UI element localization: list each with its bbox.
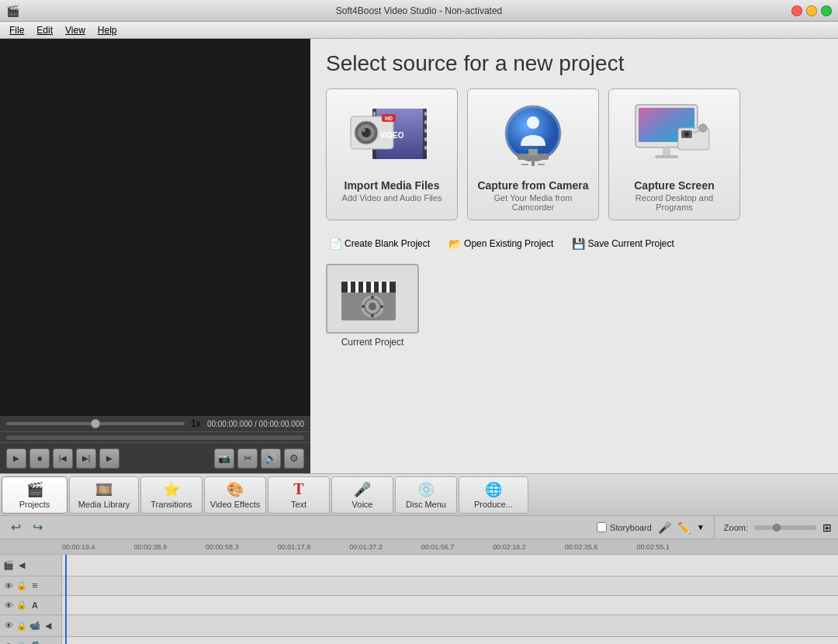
tab-voice[interactable]: 🎤 Voice: [331, 476, 393, 514]
video-preview: [0, 39, 310, 416]
open-existing-button[interactable]: 📂 Open Existing Project: [445, 236, 556, 251]
track1-icon2[interactable]: ◀: [16, 559, 27, 570]
pencil-button[interactable]: ✏️: [677, 521, 691, 534]
minimize-button[interactable]: [806, 5, 817, 16]
open-existing-icon: 📂: [448, 237, 461, 250]
track-header-2: 👁 🔒 ≡: [0, 576, 61, 596]
next-frame-button[interactable]: ▶|: [76, 448, 96, 469]
current-project-thumb[interactable]: Current Project: [326, 264, 419, 348]
projects-label: Projects: [19, 500, 50, 509]
transitions-label: Transitions: [151, 500, 192, 509]
transitions-icon: ⭐: [163, 481, 180, 498]
stop-button[interactable]: ■: [29, 448, 50, 469]
source-cards: VIDEO HD Import Media Files Add Video an…: [326, 88, 822, 220]
prev-frame-button[interactable]: |◀: [53, 448, 73, 469]
timeline-ruler: 00:00:19.4 00:00:38.9 00:00:58.3 00:01:1…: [0, 539, 838, 555]
speed-slider[interactable]: [6, 422, 185, 425]
track2-eye[interactable]: 👁: [3, 580, 14, 591]
track-header-5: 👁 🔒 🎵: [0, 637, 61, 644]
import-media-card[interactable]: VIDEO HD Import Media Files Add Video an…: [326, 88, 458, 220]
main-layout: 1x 00:00:00.000 / 00:00:00.000 ▶ ■ |◀ ▶|…: [0, 39, 838, 473]
track5-eye[interactable]: 👁: [3, 641, 14, 644]
source-heading: Select source for a new project: [326, 51, 822, 76]
crop-button[interactable]: ✂: [237, 448, 258, 469]
track4-eye[interactable]: 👁: [3, 620, 14, 631]
track-content-area: [62, 555, 838, 644]
svg-rect-12: [424, 146, 427, 150]
timeline-area: ↩ ↪ Storyboard 🎤 ✏️ ▼ Zoom: ⊞ 00:00:19.4…: [0, 516, 838, 644]
svg-rect-33: [655, 155, 678, 158]
svg-point-51: [371, 296, 374, 299]
audio-button[interactable]: 🔊: [261, 448, 281, 469]
menu-edit[interactable]: Edit: [30, 23, 59, 37]
capture-camera-card[interactable]: Capture from Camera Get Your Media from …: [467, 88, 599, 220]
svg-text:VIDEO: VIDEO: [379, 131, 403, 140]
titlebar: 🎬 Soft4Boost Video Studio - Non-activate…: [0, 0, 838, 22]
track3-eye[interactable]: 👁: [3, 600, 14, 611]
capture-screen-card[interactable]: Capture Screen Record Desktop and Progra…: [608, 88, 740, 220]
voice-label: Voice: [352, 500, 373, 509]
create-blank-button[interactable]: 📄 Create Blank Project: [326, 236, 433, 251]
ruler-mark-9: 00:02:55.1: [636, 543, 670, 551]
progress-bar-area[interactable]: [0, 431, 310, 442]
track-row-5: [62, 637, 838, 644]
storyboard-checkbox[interactable]: [597, 522, 607, 532]
tab-media-library[interactable]: 🎞️ Media Library: [69, 476, 139, 514]
timeline-tracks: 🎬 ◀ 👁 🔒 ≡ 👁 🔒 A 👁 🔒 📹 ◀: [0, 555, 838, 644]
save-current-button[interactable]: 💾 Save Current Project: [569, 236, 677, 251]
zoom-thumb[interactable]: [773, 524, 781, 531]
ruler-mark-8: 00:02:35.6: [565, 543, 598, 551]
maximize-button[interactable]: [821, 5, 832, 16]
fit-timeline-button[interactable]: ⊞: [822, 521, 832, 534]
speed-label: 1x: [191, 418, 201, 429]
track1-icon1: 🎬: [3, 559, 14, 570]
undo-button[interactable]: ↩: [6, 518, 25, 537]
svg-rect-3: [373, 112, 376, 116]
microphone-button[interactable]: 🎤: [658, 521, 671, 534]
zoom-slider[interactable]: [754, 525, 816, 530]
tab-projects[interactable]: 🎬 Projects: [2, 476, 68, 514]
svg-point-49: [369, 303, 376, 310]
tab-disc-menu[interactable]: 💿 Disc Menu: [395, 476, 457, 514]
track2-lock[interactable]: 🔒: [16, 580, 27, 591]
svg-rect-8: [424, 112, 427, 116]
menu-view[interactable]: View: [59, 23, 92, 37]
pencil-dropdown[interactable]: ▼: [697, 523, 705, 531]
tab-text[interactable]: T Text: [268, 476, 330, 514]
menu-help[interactable]: Help: [92, 23, 123, 37]
save-current-label: Save Current Project: [587, 238, 674, 249]
track5-lock[interactable]: 🔒: [16, 641, 27, 644]
track-row-4: [62, 615, 838, 637]
timeline-toolbar: ↩ ↪ Storyboard 🎤 ✏️ ▼ Zoom: ⊞: [0, 516, 838, 539]
storyboard-toggle[interactable]: Storyboard: [597, 522, 652, 532]
redo-button[interactable]: ↪: [28, 518, 47, 537]
track-row-2: [62, 576, 838, 596]
settings-button[interactable]: ⚙: [284, 448, 304, 469]
track3-lock[interactable]: 🔒: [16, 600, 27, 611]
source-panel: Select source for a new project: [310, 39, 838, 473]
tab-transitions[interactable]: ⭐ Transitions: [140, 476, 203, 514]
menu-file[interactable]: File: [3, 23, 30, 37]
close-button[interactable]: [791, 5, 802, 16]
play-button[interactable]: ▶: [6, 448, 26, 469]
tab-produce[interactable]: 🌐 Produce...: [459, 476, 528, 514]
timecode: 00:00:00.000 / 00:00:00.000: [207, 420, 304, 428]
capture-screen-title: Capture Screen: [634, 179, 714, 192]
track4-back[interactable]: ◀: [43, 620, 54, 631]
track-header-4: 👁 🔒 📹 ◀: [0, 615, 61, 637]
svg-rect-9: [424, 120, 427, 124]
svg-point-54: [380, 305, 383, 308]
track2-eq[interactable]: ≡: [29, 580, 40, 591]
tab-video-effects[interactable]: 🎨 Video Effects: [204, 476, 266, 514]
speed-bar: 1x 00:00:00.000 / 00:00:00.000: [0, 416, 310, 431]
video-effects-icon: 🎨: [227, 481, 244, 498]
forward-button[interactable]: ▶: [99, 448, 119, 469]
media-library-icon: 🎞️: [95, 481, 113, 498]
video-effects-label: Video Effects: [210, 500, 260, 509]
app-icon: 🎬: [6, 5, 19, 17]
disc-menu-label: Disc Menu: [406, 500, 446, 509]
projects-icon: 🎬: [26, 481, 43, 498]
snapshot-button[interactable]: 📷: [214, 448, 234, 469]
track4-lock[interactable]: 🔒: [16, 620, 27, 631]
speed-thumb[interactable]: [91, 419, 100, 428]
